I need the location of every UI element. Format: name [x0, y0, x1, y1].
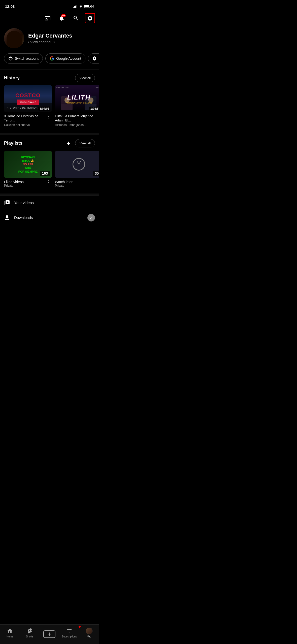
turn-on-incognito-label: Turn on Inc [99, 56, 99, 60]
google-account-label: Google Account [56, 56, 81, 60]
status-icons: 94 [73, 5, 94, 8]
downloads-status-icon [87, 214, 95, 221]
playlist-count: 35 [93, 171, 99, 176]
playlist-thumbnail: KIYOSAKIBITCO👍NO ESPARÁPOR SIEMPRE 163 [4, 151, 52, 178]
chevron-right-icon [52, 40, 56, 44]
playlist-privacy: Private [4, 184, 24, 187]
profile-section: Edgar Cervantes View channel [0, 25, 99, 53]
playlist-privacy: Private [55, 184, 73, 187]
playlist-thumbnail: 35 [55, 151, 99, 178]
view-channel-link[interactable]: View channel [28, 40, 95, 44]
svg-point-0 [80, 7, 81, 8]
wifi-icon [79, 5, 83, 8]
settings-button[interactable] [85, 13, 95, 23]
downloads-menu-item[interactable]: Downloads [0, 210, 99, 226]
download-icon [4, 215, 10, 221]
add-icon [65, 140, 72, 146]
history-title: History [4, 75, 20, 81]
notifications-button[interactable]: 9+ [57, 13, 67, 23]
account-actions: Switch account Google Account Turn on In… [0, 53, 99, 70]
playlist-card[interactable]: KIYOSAKIBITCO👍NO ESPARÁPOR SIEMPRE 163 L… [4, 151, 52, 187]
switch-account-icon [8, 56, 13, 61]
google-icon [50, 56, 54, 61]
playlist-info: Liked videos Private ⋮ [4, 180, 52, 187]
video-thumbnail: COSTCO WHOLESALE HISTORIAS DE TERROR REA… [4, 85, 52, 112]
switch-account-label: Switch account [15, 56, 39, 60]
search-button[interactable] [71, 13, 81, 23]
turn-on-incognito-button[interactable]: Turn on Inc [88, 53, 99, 63]
history-video-card[interactable]: LILITH PRIMERA MUJER DE ADÁN CAPÍTULO 11… [55, 85, 99, 127]
video-duration: 1:08:57 [89, 107, 99, 111]
playlist-title: Watch later [55, 180, 73, 184]
section-divider-2 [0, 194, 99, 196]
your-videos-menu-item[interactable]: Your videos [0, 196, 99, 210]
playlist-more-button[interactable]: ⋮ [45, 180, 52, 184]
avatar[interactable] [4, 28, 24, 48]
cast-button[interactable] [43, 13, 53, 23]
dot-decorator [28, 42, 29, 43]
video-title: 3 Horas de Historias de Terror... [4, 114, 45, 123]
notification-badge: 9+ [61, 14, 66, 17]
playlists-view-all-button[interactable]: View all [75, 139, 95, 147]
status-time: 12:03 [5, 4, 15, 9]
video-title: Lilith: La Primera Mujer de Adán | El... [55, 114, 96, 123]
playlist-title: Liked videos [4, 180, 24, 184]
section-divider [0, 133, 99, 135]
history-video-card[interactable]: COSTCO WHOLESALE HISTORIAS DE TERROR REA… [4, 85, 52, 127]
video-duration: 3:04:02 [38, 107, 50, 111]
switch-account-button[interactable]: Switch account [4, 53, 43, 63]
add-playlist-button[interactable] [64, 139, 73, 148]
signal-icon [73, 5, 77, 8]
video-more-button[interactable]: ⋮ [45, 114, 52, 119]
video-more-button[interactable]: ⋮ [96, 114, 99, 119]
video-thumbnail: LILITH PRIMERA MUJER DE ADÁN CAPÍTULO 11… [55, 85, 99, 112]
history-video-list: COSTCO WHOLESALE HISTORIAS DE TERROR REA… [0, 85, 99, 133]
history-view-all-button[interactable]: View all [75, 74, 95, 82]
toolbar: 9+ [0, 11, 99, 25]
playlists-list: KIYOSAKIBITCO👍NO ESPARÁPOR SIEMPRE 163 L… [0, 151, 99, 194]
incognito-icon [92, 56, 97, 61]
view-channel-label: View channel [30, 40, 51, 44]
video-info: Lilith: La Primera Mujer de Adán | El...… [55, 114, 99, 127]
downloads-label: Downloads [14, 215, 83, 220]
playlists-section-header: Playlists View all [0, 135, 99, 151]
playlist-info: Watch later Private ⋮ [55, 180, 99, 187]
video-info: 3 Horas de Historias de Terror... Callej… [4, 114, 52, 127]
profile-info: Edgar Cervantes View channel [28, 33, 95, 44]
video-channel: Historias Embrujadas... [55, 123, 96, 127]
google-account-button[interactable]: Google Account [45, 53, 85, 63]
playlists-title: Playlists [4, 141, 62, 146]
playlist-more-button[interactable]: ⋮ [96, 180, 99, 184]
profile-name: Edgar Cervantes [28, 33, 95, 39]
history-section-header: History View all [0, 70, 99, 85]
video-channel: Callejon del cuervo [4, 123, 45, 127]
playlist-count: 163 [40, 171, 50, 176]
battery-indicator: 94 [84, 5, 94, 8]
battery-level: 94 [90, 5, 94, 8]
play-icon [4, 200, 10, 206]
status-bar: 12:03 94 [0, 0, 99, 11]
your-videos-label: Your videos [14, 201, 95, 205]
playlist-card[interactable]: 35 Watch later Private ⋮ [55, 151, 99, 187]
